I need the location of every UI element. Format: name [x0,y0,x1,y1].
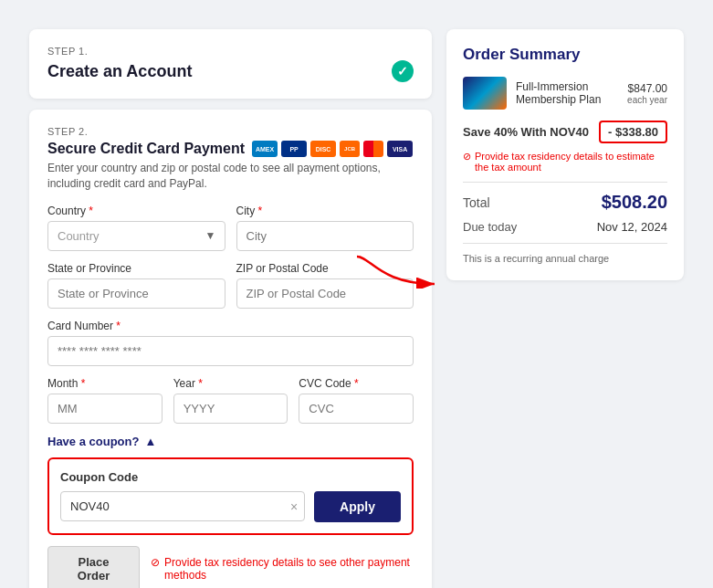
amex-icon: AMEX [252,141,278,157]
place-order-button[interactable]: Place Order [47,546,140,588]
place-order-row: Place Order ⊘ Provide tax residency deta… [47,546,414,588]
month-label: Month * [47,377,163,390]
state-label: State or Province [47,262,225,275]
divider-2 [463,243,667,244]
total-amount: $508.20 [602,192,667,213]
step2-subtitle: Enter your country and zip or postal cod… [47,161,414,192]
card-number-row: Card Number * [47,320,414,366]
total-label: Total [463,195,490,210]
step1-title: Create an Account ✓ [47,60,414,82]
product-price: $847.00 each year [627,82,667,105]
discover-icon: DISC [310,141,336,157]
mastercard-icon [363,141,383,157]
product-row: Full-Immersion Membership Plan $847.00 e… [463,77,667,110]
due-row: Due today Nov 12, 2024 [463,220,667,234]
country-city-row: Country * Country ▼ City * [47,205,414,251]
coupon-code-label: Coupon Code [60,470,401,484]
coupon-input-row: × Apply [60,491,401,522]
coupon-toggle[interactable]: Have a coupon? ▲ [47,435,414,448]
country-label: Country * [47,205,225,217]
month-year-cvc-row: Month * Year * CVC Code * [47,377,414,424]
country-select[interactable]: Country [47,221,225,251]
zip-label: ZIP or Postal Code [236,262,414,275]
tax-warning: ⊘ Provide tax residency details to see o… [151,556,414,582]
coupon-clear-icon[interactable]: × [290,499,298,514]
city-label: City * [236,205,414,217]
recurring-note: This is a recurring annual charge [463,253,667,264]
zip-input[interactable] [236,278,414,309]
cvc-input[interactable] [299,394,414,424]
cvc-label: CVC Code * [299,377,414,390]
country-select-wrapper[interactable]: Country ▼ [47,221,225,251]
product-thumbnail [463,77,507,110]
step2-title: Secure Credit Card Payment AMEX PP DISC … [47,141,414,157]
year-input[interactable] [173,394,288,424]
paypal-icon: PP [281,141,307,157]
discount-row: Save 40% With NOV40 - $338.80 [463,121,667,143]
month-group: Month * [47,377,163,424]
product-name: Full-Immersion Membership Plan [516,80,618,106]
discount-amount: - $338.80 [599,121,667,143]
order-tax-note: ⊘ Provide tax residency details to estim… [463,151,667,173]
coupon-section: Have a coupon? ▲ Coupon Code × Apply [47,435,414,535]
step1-card: STEP 1. Create an Account ✓ [29,29,432,99]
chevron-up-icon: ▲ [144,435,156,448]
divider [463,182,667,183]
zip-group: ZIP or Postal Code [236,262,414,309]
month-input[interactable] [47,394,163,424]
city-input[interactable] [236,221,414,251]
country-group: Country * Country ▼ [47,205,225,251]
total-row: Total $508.20 [463,192,667,213]
state-zip-row: State or Province ZIP or Postal Code [47,262,414,309]
state-group: State or Province [47,262,225,309]
due-label: Due today [463,220,517,234]
discount-label: Save 40% With NOV40 [463,125,589,139]
jcb-icon: JCB [340,141,360,157]
card-number-label: Card Number * [47,320,414,332]
apply-button[interactable]: Apply [314,491,401,522]
state-input[interactable] [47,278,225,309]
coupon-input-wrap: × [60,491,305,521]
year-label: Year * [173,377,288,390]
warning-icon: ⊘ [151,556,160,569]
step1-complete-icon: ✓ [392,60,414,82]
coupon-input[interactable] [60,491,305,521]
order-warning-icon: ⊘ [463,151,471,163]
card-number-input[interactable] [47,336,414,366]
city-group: City * [236,205,414,251]
order-summary-title: Order Summary [463,46,667,64]
step2-card: STEP 2. Secure Credit Card Payment AMEX … [29,110,432,588]
step2-label: STEP 2. [47,126,414,137]
cvc-group: CVC Code * [299,377,414,424]
year-group: Year * [173,377,288,424]
card-number-group: Card Number * [47,320,414,366]
coupon-box: Coupon Code × Apply [47,457,414,535]
due-date: Nov 12, 2024 [597,220,667,234]
step1-label: STEP 1. [47,46,414,57]
visa-icon: VISA [387,141,413,157]
order-summary-card: Order Summary Full-Immersion Membership … [446,29,684,280]
card-icons: AMEX PP DISC JCB VISA [252,141,413,157]
right-column: Order Summary Full-Immersion Membership … [446,29,684,588]
